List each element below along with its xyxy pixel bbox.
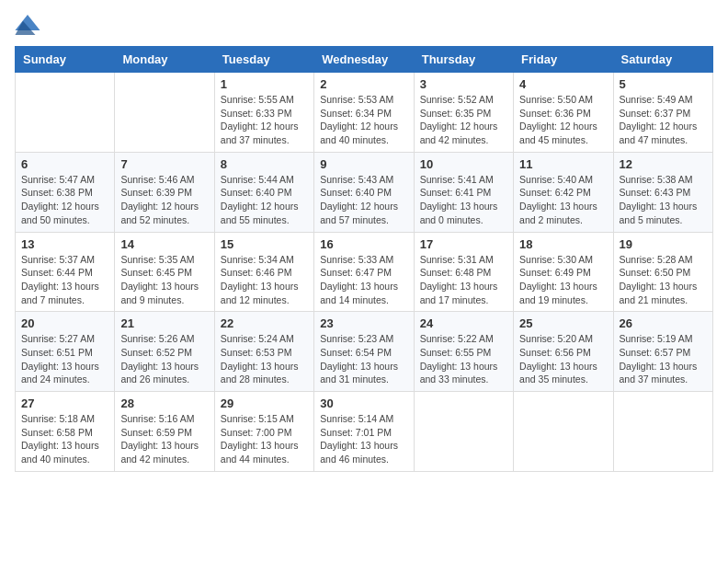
calendar-cell: 28Sunrise: 5:16 AMSunset: 6:59 PMDayligh… [115, 392, 214, 472]
calendar-body: 1Sunrise: 5:55 AMSunset: 6:33 PMDaylight… [16, 73, 713, 472]
day-number: 13 [21, 237, 108, 251]
day-info: Sunrise: 5:49 AMSunset: 6:37 PMDaylight:… [620, 93, 707, 147]
calendar-cell: 13Sunrise: 5:37 AMSunset: 6:44 PMDayligh… [16, 232, 115, 312]
day-info: Sunrise: 5:41 AMSunset: 6:41 PMDaylight:… [420, 173, 507, 227]
calendar-cell [414, 392, 513, 472]
day-number: 4 [519, 77, 607, 91]
calendar-cell: 16Sunrise: 5:33 AMSunset: 6:47 PMDayligh… [314, 232, 414, 312]
day-info: Sunrise: 5:55 AMSunset: 6:33 PMDaylight:… [221, 93, 308, 147]
day-number: 23 [320, 316, 407, 330]
day-info: Sunrise: 5:27 AMSunset: 6:51 PMDaylight:… [21, 332, 108, 386]
calendar-cell: 7Sunrise: 5:46 AMSunset: 6:39 PMDaylight… [115, 152, 214, 232]
day-number: 22 [221, 316, 308, 330]
calendar-cell: 27Sunrise: 5:18 AMSunset: 6:58 PMDayligh… [16, 392, 115, 472]
day-number: 17 [420, 237, 507, 251]
calendar-cell: 18Sunrise: 5:30 AMSunset: 6:49 PMDayligh… [514, 232, 613, 312]
calendar-cell: 21Sunrise: 5:26 AMSunset: 6:52 PMDayligh… [115, 312, 214, 392]
day-info: Sunrise: 5:35 AMSunset: 6:45 PMDaylight:… [120, 253, 208, 307]
day-info: Sunrise: 5:14 AMSunset: 7:01 PMDaylight:… [320, 412, 407, 466]
calendar-week-row: 20Sunrise: 5:27 AMSunset: 6:51 PMDayligh… [16, 312, 713, 392]
day-number: 2 [320, 77, 407, 91]
day-number: 3 [420, 77, 507, 91]
page-header [15, 15, 713, 35]
calendar-header-row: SundayMondayTuesdayWednesdayThursdayFrid… [16, 47, 713, 73]
day-info: Sunrise: 5:33 AMSunset: 6:47 PMDaylight:… [320, 253, 407, 307]
day-number: 29 [221, 396, 308, 410]
day-number: 28 [120, 396, 208, 410]
day-info: Sunrise: 5:26 AMSunset: 6:52 PMDaylight:… [120, 332, 208, 386]
calendar-cell: 20Sunrise: 5:27 AMSunset: 6:51 PMDayligh… [16, 312, 115, 392]
calendar-cell: 25Sunrise: 5:20 AMSunset: 6:56 PMDayligh… [514, 312, 613, 392]
day-info: Sunrise: 5:31 AMSunset: 6:48 PMDaylight:… [420, 253, 507, 307]
weekday-header: Sunday [16, 47, 115, 73]
calendar-cell: 1Sunrise: 5:55 AMSunset: 6:33 PMDaylight… [214, 73, 313, 153]
calendar-cell: 10Sunrise: 5:41 AMSunset: 6:41 PMDayligh… [414, 152, 513, 232]
day-info: Sunrise: 5:46 AMSunset: 6:39 PMDaylight:… [120, 173, 208, 227]
day-number: 26 [620, 316, 707, 330]
day-number: 30 [320, 396, 407, 410]
day-number: 6 [21, 157, 108, 171]
day-info: Sunrise: 5:50 AMSunset: 6:36 PMDaylight:… [519, 93, 607, 147]
calendar-cell: 6Sunrise: 5:47 AMSunset: 6:38 PMDaylight… [16, 152, 115, 232]
day-info: Sunrise: 5:24 AMSunset: 6:53 PMDaylight:… [221, 332, 308, 386]
calendar-cell [16, 73, 115, 153]
day-number: 9 [320, 157, 407, 171]
calendar-cell: 14Sunrise: 5:35 AMSunset: 6:45 PMDayligh… [115, 232, 214, 312]
day-info: Sunrise: 5:53 AMSunset: 6:34 PMDaylight:… [320, 93, 407, 147]
calendar-week-row: 13Sunrise: 5:37 AMSunset: 6:44 PMDayligh… [16, 232, 713, 312]
day-info: Sunrise: 5:34 AMSunset: 6:46 PMDaylight:… [221, 253, 308, 307]
logo-icon [15, 15, 40, 35]
day-info: Sunrise: 5:43 AMSunset: 6:40 PMDaylight:… [320, 173, 407, 227]
logo [15, 15, 44, 35]
day-number: 16 [320, 237, 407, 251]
calendar-cell: 30Sunrise: 5:14 AMSunset: 7:01 PMDayligh… [314, 392, 414, 472]
day-info: Sunrise: 5:37 AMSunset: 6:44 PMDaylight:… [21, 253, 108, 307]
calendar-cell: 5Sunrise: 5:49 AMSunset: 6:37 PMDaylight… [613, 73, 712, 153]
day-info: Sunrise: 5:40 AMSunset: 6:42 PMDaylight:… [519, 173, 607, 227]
weekday-header: Monday [115, 47, 214, 73]
calendar-week-row: 6Sunrise: 5:47 AMSunset: 6:38 PMDaylight… [16, 152, 713, 232]
calendar-cell [514, 392, 613, 472]
weekday-header: Tuesday [214, 47, 313, 73]
calendar-week-row: 1Sunrise: 5:55 AMSunset: 6:33 PMDaylight… [16, 73, 713, 153]
day-number: 27 [21, 396, 108, 410]
day-number: 12 [620, 157, 707, 171]
calendar-cell: 22Sunrise: 5:24 AMSunset: 6:53 PMDayligh… [214, 312, 313, 392]
weekday-header: Saturday [613, 47, 712, 73]
weekday-header: Thursday [414, 47, 513, 73]
calendar-cell: 19Sunrise: 5:28 AMSunset: 6:50 PMDayligh… [613, 232, 712, 312]
day-info: Sunrise: 5:44 AMSunset: 6:40 PMDaylight:… [221, 173, 308, 227]
weekday-header: Friday [514, 47, 613, 73]
day-number: 11 [519, 157, 607, 171]
calendar-cell: 26Sunrise: 5:19 AMSunset: 6:57 PMDayligh… [613, 312, 712, 392]
day-number: 20 [21, 316, 108, 330]
day-info: Sunrise: 5:16 AMSunset: 6:59 PMDaylight:… [120, 412, 208, 466]
calendar-cell: 8Sunrise: 5:44 AMSunset: 6:40 PMDaylight… [214, 152, 313, 232]
day-info: Sunrise: 5:52 AMSunset: 6:35 PMDaylight:… [420, 93, 507, 147]
day-number: 25 [519, 316, 607, 330]
day-number: 19 [620, 237, 707, 251]
day-number: 1 [221, 77, 308, 91]
day-info: Sunrise: 5:19 AMSunset: 6:57 PMDaylight:… [620, 332, 707, 386]
day-number: 8 [221, 157, 308, 171]
weekday-header: Wednesday [314, 47, 414, 73]
day-number: 10 [420, 157, 507, 171]
day-number: 5 [620, 77, 707, 91]
day-info: Sunrise: 5:20 AMSunset: 6:56 PMDaylight:… [519, 332, 607, 386]
calendar-cell [613, 392, 712, 472]
day-info: Sunrise: 5:28 AMSunset: 6:50 PMDaylight:… [620, 253, 707, 307]
calendar-cell: 23Sunrise: 5:23 AMSunset: 6:54 PMDayligh… [314, 312, 414, 392]
day-info: Sunrise: 5:38 AMSunset: 6:43 PMDaylight:… [620, 173, 707, 227]
calendar-cell: 11Sunrise: 5:40 AMSunset: 6:42 PMDayligh… [514, 152, 613, 232]
calendar-week-row: 27Sunrise: 5:18 AMSunset: 6:58 PMDayligh… [16, 392, 713, 472]
day-number: 21 [120, 316, 208, 330]
calendar-cell: 3Sunrise: 5:52 AMSunset: 6:35 PMDaylight… [414, 73, 513, 153]
day-info: Sunrise: 5:47 AMSunset: 6:38 PMDaylight:… [21, 173, 108, 227]
day-number: 7 [120, 157, 208, 171]
calendar-cell: 2Sunrise: 5:53 AMSunset: 6:34 PMDaylight… [314, 73, 414, 153]
calendar-cell: 29Sunrise: 5:15 AMSunset: 7:00 PMDayligh… [214, 392, 313, 472]
calendar-table: SundayMondayTuesdayWednesdayThursdayFrid… [15, 46, 713, 472]
day-info: Sunrise: 5:22 AMSunset: 6:55 PMDaylight:… [420, 332, 507, 386]
day-number: 15 [221, 237, 308, 251]
calendar-cell: 17Sunrise: 5:31 AMSunset: 6:48 PMDayligh… [414, 232, 513, 312]
